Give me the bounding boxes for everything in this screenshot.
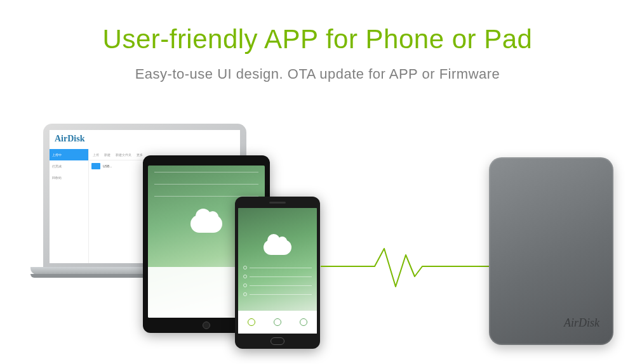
- device-logo: AirDisk: [564, 316, 599, 330]
- illustration-stage: AirDisk 上传中 已完成 回收站 上传 新建 新建文件夹 更多 USB..…: [0, 124, 635, 352]
- connection-waveform: [321, 241, 498, 292]
- folder-label: USB...: [103, 164, 112, 168]
- phone-mockup: [235, 197, 320, 349]
- laptop-sidebar: 上传中 已完成 回收站: [50, 149, 89, 263]
- folder-icon: [91, 163, 100, 169]
- toolbar-item: 新建: [104, 153, 110, 157]
- cloud-icon: [264, 240, 291, 255]
- phone-screen: [238, 208, 317, 334]
- page-subtitle: Easy-to-use UI design. OTA update for AP…: [0, 66, 635, 82]
- phone-speaker: [269, 202, 286, 204]
- storage-device: AirDisk: [489, 157, 613, 345]
- nav-icon: [274, 318, 281, 326]
- waveform-icon: [321, 241, 498, 292]
- nav-icon: [300, 318, 307, 326]
- phone-bottom-bar: [238, 311, 317, 334]
- download-icon: [248, 318, 255, 326]
- phone-menu-lines: [243, 265, 312, 301]
- sidebar-item: 上传中: [50, 149, 88, 160]
- sidebar-item: 已完成: [50, 160, 88, 172]
- tablet-home-button: [203, 322, 210, 329]
- laptop-brand-logo: AirDisk: [55, 134, 84, 144]
- toolbar-item: 新建文件夹: [116, 153, 131, 157]
- cloud-icon: [190, 215, 222, 233]
- page-title: User-friendly APP for Phone or Pad: [0, 24, 635, 55]
- toolbar-item: 更多: [137, 153, 143, 157]
- sidebar-item: 回收站: [50, 172, 88, 183]
- phone-home-button: [271, 337, 284, 345]
- toolbar-item: 上传: [93, 153, 99, 157]
